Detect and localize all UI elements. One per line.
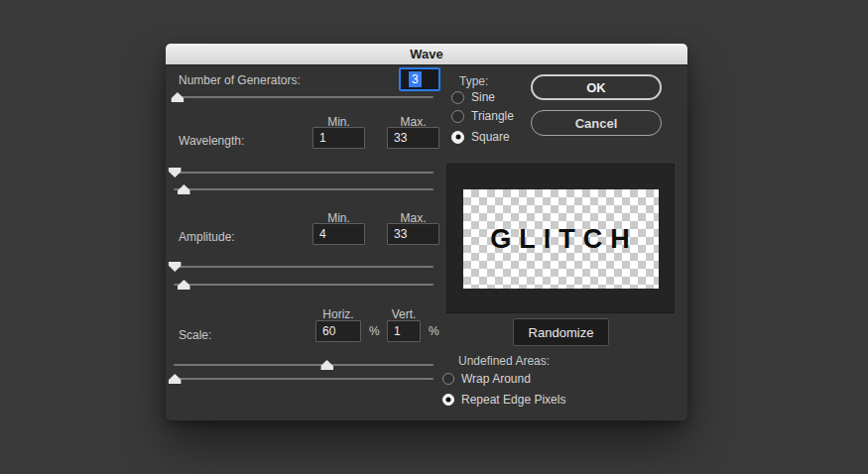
amplitude-min-input[interactable]: 4 xyxy=(312,223,365,245)
wrap-around-radio[interactable] xyxy=(442,373,454,385)
triangle-radio-label: Triangle xyxy=(471,109,514,123)
scale-horiz-input[interactable]: 60 xyxy=(315,320,361,342)
wavelength-min-slider-thumb[interactable] xyxy=(169,168,182,178)
randomize-button[interactable]: Randomize xyxy=(513,318,609,346)
amplitude-max-slider[interactable] xyxy=(174,284,434,286)
type-option-square[interactable]: Square xyxy=(451,130,510,144)
wavelength-min-slider[interactable] xyxy=(174,172,434,174)
wrap-around-radio-label: Wrap Around xyxy=(461,372,531,386)
scale-vert-slider[interactable] xyxy=(174,378,434,380)
scale-label: Scale: xyxy=(179,328,211,342)
scale-vert-percent: % xyxy=(429,324,439,338)
generators-value: 3 xyxy=(409,71,422,87)
wavelength-max-slider-thumb[interactable] xyxy=(178,184,190,194)
scale-vert-input[interactable]: 1 xyxy=(387,320,421,342)
photoshop-canvas: { "window": { "title": "Wave" }, "fields… xyxy=(0,0,868,474)
type-option-triangle[interactable]: Triangle xyxy=(451,109,514,123)
ok-button[interactable]: OK xyxy=(531,74,662,100)
wavelength-max-slider[interactable] xyxy=(174,188,434,190)
scale-horiz-value: 60 xyxy=(322,324,335,338)
triangle-radio[interactable] xyxy=(451,110,464,123)
scale-vert-slider-thumb[interactable] xyxy=(169,374,182,384)
undefined-option-repeat-edge[interactable]: Repeat Edge Pixels xyxy=(442,393,565,407)
wavelength-min-input[interactable]: 1 xyxy=(312,127,365,149)
amplitude-min-slider[interactable] xyxy=(174,266,434,268)
repeat-edge-pixels-radio-label: Repeat Edge Pixels xyxy=(461,393,565,407)
dialog-title: Wave xyxy=(410,47,442,61)
generators-label: Number of Generators: xyxy=(179,73,301,87)
scale-horiz-slider[interactable] xyxy=(174,364,434,366)
scale-vert-label: Vert. xyxy=(387,307,421,321)
cancel-button[interactable]: Cancel xyxy=(531,110,662,136)
preview-artwork-text: GLITCH xyxy=(484,224,638,255)
type-option-sine[interactable]: Sine xyxy=(451,90,495,104)
dialog-titlebar[interactable]: Wave xyxy=(166,44,687,65)
wavelength-label: Wavelength: xyxy=(179,134,244,148)
amplitude-max-slider-thumb[interactable] xyxy=(178,280,190,290)
scale-horiz-label: Horiz. xyxy=(315,307,361,321)
amplitude-min-slider-thumb[interactable] xyxy=(169,262,182,272)
amplitude-max-input[interactable]: 33 xyxy=(387,223,439,245)
wavelength-min-value: 1 xyxy=(319,131,326,145)
undefined-areas-label: Undefined Areas: xyxy=(458,354,550,368)
scale-vert-value: 1 xyxy=(394,324,401,338)
square-radio[interactable] xyxy=(451,131,464,144)
wavelength-max-input[interactable]: 33 xyxy=(387,127,439,149)
wavelength-max-value: 33 xyxy=(394,131,407,145)
amplitude-max-value: 33 xyxy=(394,227,407,241)
generators-input[interactable]: 3 xyxy=(400,68,439,90)
amplitude-min-value: 4 xyxy=(319,227,326,241)
undefined-option-wrap-around[interactable]: Wrap Around xyxy=(442,372,531,386)
sine-radio-label: Sine xyxy=(471,90,495,104)
square-radio-label: Square xyxy=(471,130,510,144)
scale-horiz-slider-thumb[interactable] xyxy=(320,360,333,370)
wave-dialog: Wave Number of Generators: 3 Type: Sine … xyxy=(166,44,687,420)
scale-horiz-percent: % xyxy=(369,324,380,338)
generators-slider[interactable] xyxy=(174,96,434,98)
generators-slider-thumb[interactable] xyxy=(171,92,184,102)
type-label: Type: xyxy=(459,74,488,88)
transparency-checkerboard: GLITCH xyxy=(463,189,659,289)
repeat-edge-pixels-radio[interactable] xyxy=(442,394,454,406)
sine-radio[interactable] xyxy=(451,91,464,104)
wave-preview-panel: GLITCH xyxy=(446,164,675,313)
amplitude-label: Amplitude: xyxy=(179,230,235,244)
